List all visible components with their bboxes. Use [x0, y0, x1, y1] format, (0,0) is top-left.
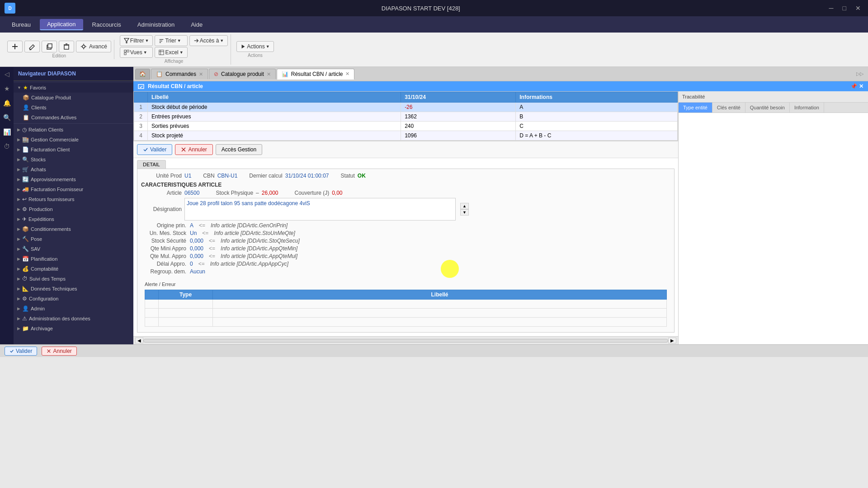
excel-arrow: ▼ [179, 50, 184, 55]
trac-tab-information[interactable]: Information [790, 103, 824, 113]
sidebar-item-expeditions[interactable]: ▶ ✈ Expéditions [14, 214, 133, 224]
bell-icon[interactable]: 🔔 [1, 98, 13, 108]
maximize-button[interactable]: □ [840, 4, 849, 13]
catalogue-icon: 📦 [23, 94, 29, 101]
statusbar-valider-button[interactable]: Valider [5, 347, 37, 356]
sidebar-item-gestion-commerciale[interactable]: ▶ 🏬 Gestion Commerciale [14, 135, 133, 145]
sidebar-item-commandes-actives[interactable]: 📋 Commandes Actives [14, 113, 133, 122]
field-label-1: Un. Mes. Stock [141, 230, 186, 236]
table-row[interactable]: 3 Sorties prévues 240 C [134, 122, 678, 131]
unite-prod-value[interactable]: U1 [184, 173, 191, 179]
donnees-icon: 📐 [22, 286, 29, 292]
collapse-icon[interactable]: ◁ [3, 69, 11, 80]
close-button[interactable]: ✕ [853, 4, 863, 13]
h-scroll-track[interactable] [143, 339, 668, 343]
table-row[interactable]: 1 Stock début de période -26 A [134, 103, 678, 112]
cbn-value[interactable]: CBN-U1 [217, 173, 238, 179]
statusbar-annuler-button[interactable]: Annuler [42, 347, 76, 356]
copy-button[interactable] [42, 41, 57, 52]
menu-administration[interactable]: Administration [130, 19, 182, 30]
sidebar-item-suivi-temps[interactable]: ▶ ⏱ Suivi des Temps [14, 274, 133, 284]
admin-arrow: ▶ [17, 306, 20, 311]
search-sidebar-icon[interactable]: 🔍 [1, 112, 13, 123]
panel-close-icon[interactable]: ✕ [859, 83, 863, 89]
tab-catalogue[interactable]: ⊘ Catalogue produit ✕ [209, 69, 276, 79]
edit-button[interactable] [24, 41, 40, 52]
statut-label: Statut [340, 173, 354, 179]
sidebar-item-archivage[interactable]: ▶ 📁 Archivage [14, 324, 133, 333]
sort-button[interactable]: Trier ▼ [155, 35, 187, 46]
article-value[interactable]: 06500 [184, 190, 199, 196]
sidebar-item-catalogue[interactable]: 📦 Catalogue Produit [14, 93, 133, 103]
trac-tab-type-entite[interactable]: Type entité [679, 103, 712, 113]
scroll-left[interactable]: ◀ [135, 338, 143, 343]
field-value-0: A [190, 222, 193, 229]
menu-raccourcis[interactable]: Raccourcis [85, 19, 128, 30]
compta-arrow: ▶ [17, 267, 20, 271]
acces-gestion-button[interactable]: Accès Gestion [216, 144, 262, 155]
sidebar-header: Navigateur DIAPASON [14, 67, 133, 81]
excel-button[interactable]: Excel ▼ [155, 47, 187, 58]
designation-scroll-down[interactable]: ▼ [460, 209, 469, 216]
scroll-right[interactable]: ▶ [668, 338, 676, 343]
panel-pin-icon[interactable]: 📌 [850, 83, 857, 89]
sidebar-item-sav[interactable]: ▶ 🔧 SAV [14, 244, 133, 254]
clock-icon[interactable]: ⏱ [2, 141, 12, 152]
sidebar-item-facturation-client[interactable]: ▶ 📄 Facturation Client [14, 145, 133, 155]
actions-button[interactable]: Actions ▼ [236, 41, 274, 52]
achats-arrow: ▶ [17, 167, 20, 172]
annuler-button[interactable]: Annuler [175, 144, 212, 155]
sidebar-item-achats[interactable]: ▶ 🛒 Achats [14, 164, 133, 174]
tab-commandes-close[interactable]: ✕ [199, 71, 203, 77]
trac-tab-cles-entite[interactable]: Clés entité [712, 103, 745, 113]
menu-application[interactable]: Application [40, 19, 83, 30]
menu-bureau[interactable]: Bureau [5, 19, 38, 30]
svg-rect-16 [159, 50, 164, 55]
menu-aide[interactable]: Aide [184, 19, 210, 30]
sidebar-item-approvisionnements[interactable]: ▶ 🔄 Approvisionnements [14, 174, 133, 184]
star-icon[interactable]: ★ [2, 83, 12, 94]
delete-button[interactable] [59, 41, 74, 52]
valider-button[interactable]: Valider [137, 144, 172, 155]
sidebar-item-facturation-fournisseur[interactable]: ▶ 🚚 Facturation Fournisseur [14, 184, 133, 194]
table-row[interactable]: 4 Stock projeté 1096 D = A + B - C [134, 131, 678, 141]
tab-home[interactable]: 🏠 [135, 69, 150, 80]
minimize-button[interactable]: ─ [826, 4, 836, 13]
tab-resultat-close[interactable]: ✕ [345, 71, 349, 77]
sidebar-item-relation-clients[interactable]: ▶ ◷ Relation Clients [14, 125, 133, 135]
tab-expand[interactable]: ▷▷ [854, 69, 866, 79]
table-row[interactable]: 2 Entrées prévues 1362 B [134, 112, 678, 122]
sidebar-item-comptabilite[interactable]: ▶ 💰 Comptabilité [14, 264, 133, 274]
sidebar-item-production[interactable]: ▶ ⚙ Production [14, 204, 133, 214]
sidebar-item-favoris[interactable]: ▼ ★ Favoris [14, 83, 133, 93]
chart-icon[interactable]: 📊 [1, 127, 13, 137]
access-button[interactable]: Accès à ▼ [189, 35, 228, 46]
tab-commandes[interactable]: 📋 Commandes ✕ [151, 69, 208, 79]
designation-scroll-up[interactable]: ▲ [460, 203, 469, 209]
fields-container: Origine prin. A <= Info article [DDArtic… [141, 222, 670, 276]
detail-tab[interactable]: DETAIL [137, 160, 166, 169]
row-libelle-3: Sorties prévues [148, 122, 401, 131]
sidebar-item-stocks[interactable]: ▶ 🔍 Stocks [14, 155, 133, 164]
sidebar-item-pose[interactable]: ▶ 🔨 Pose [14, 234, 133, 244]
trac-tab-quantite-besoin[interactable]: Quantité besoin [745, 103, 790, 113]
filter-button[interactable]: Filtrer ▼ [120, 35, 153, 46]
sidebar-item-retours-fournisseurs[interactable]: ▶ ↩ Retours fournisseurs [14, 194, 133, 204]
add-button[interactable] [7, 41, 23, 52]
sidebar-item-configuration[interactable]: ▶ ⚙ Configuration [14, 294, 133, 304]
sidebar-item-clients[interactable]: 👤 Clients [14, 103, 133, 113]
sidebar-item-donnees-techniques[interactable]: ▶ 📐 Données Techniques [14, 284, 133, 294]
tab-catalogue-close[interactable]: ✕ [267, 71, 271, 77]
sidebar-item-planification[interactable]: ▶ 📅 Planification [14, 254, 133, 264]
alert-col-check [145, 290, 159, 300]
filter-arrow: ▼ [145, 38, 149, 43]
field-info-5: Info article [DDArtic.AppAppCyc] [210, 261, 288, 267]
views-label: Vues [130, 49, 142, 56]
achats-icon: 🛒 [22, 166, 29, 173]
settings-button[interactable]: Avancé [76, 41, 111, 52]
tab-resultat[interactable]: 📊 Résultat CBN / article ✕ [277, 69, 355, 80]
sidebar-item-admin[interactable]: ▶ 👤 Admin [14, 304, 133, 314]
views-button[interactable]: Vues ▼ [120, 47, 153, 58]
sidebar-item-admin-donnees[interactable]: ▶ ⚠ Administration des données [14, 314, 133, 324]
sidebar-item-conditionnements[interactable]: ▶ 📦 Conditionnements [14, 224, 133, 234]
